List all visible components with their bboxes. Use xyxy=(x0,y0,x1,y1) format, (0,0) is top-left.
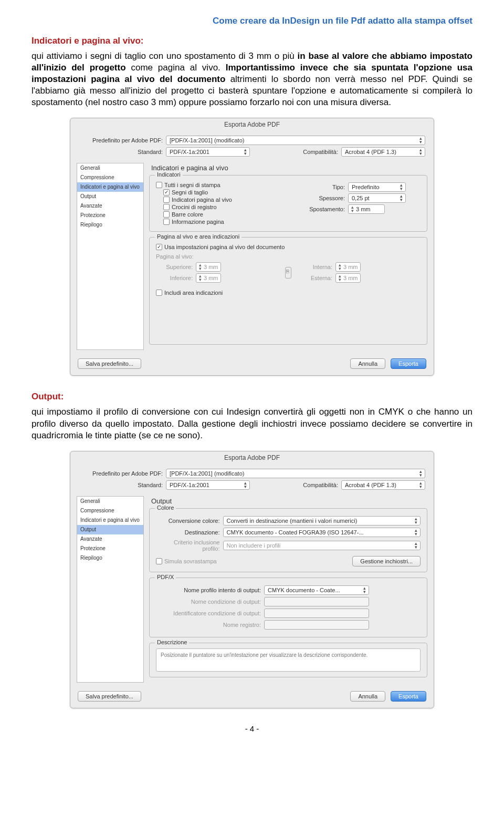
sidebar-item[interactable]: Riepilogo xyxy=(77,220,143,230)
sidebar-item[interactable]: Indicatori e pagina al vivo xyxy=(77,516,143,525)
dialog-title: Esporta Adobe PDF xyxy=(70,451,434,465)
save-preset-button[interactable]: Salva predefinito... xyxy=(78,358,141,369)
sidebar-item[interactable]: Compressione xyxy=(77,506,143,516)
dialog-title: Esporta Adobe PDF xyxy=(70,118,434,131)
description-box: Posizionate il puntatore su un'intestazi… xyxy=(156,648,421,672)
crop-marks-label: Segni di taglio xyxy=(172,189,208,195)
updown-icon: ▴▾ xyxy=(243,481,247,489)
overprint-label: Simula sovrastampa xyxy=(164,558,217,564)
intent-name-combo[interactable]: CMYK documento - Coate...▴▾ xyxy=(264,585,369,595)
compat-label: Compatibilità: xyxy=(303,149,338,155)
sidebar-item-selected[interactable]: Output xyxy=(77,525,143,534)
sidebar-item[interactable]: Generali xyxy=(77,163,143,173)
registration-label: Crocini di registro xyxy=(172,204,217,210)
section-1-paragraph: qui attiviamo i segni di taglio con uno … xyxy=(32,50,472,108)
bleed-fieldset: Pagina al vivo e area indicazioni Usa im… xyxy=(149,237,427,345)
standard-value: PDF/X-1a:2001 xyxy=(170,482,209,488)
sidebar-item-selected[interactable]: Indicatori e pagina al vivo xyxy=(77,182,143,192)
section-2-title: Output: xyxy=(32,391,472,402)
standard-combo[interactable]: PDF/X-1a:2001 ▴▾ xyxy=(166,147,250,157)
preset-value: [PDF/X-1a:2001] (modificato) xyxy=(170,137,244,143)
updown-icon: ▴▾ xyxy=(414,542,418,549)
text: come pagina al vivo. xyxy=(126,63,226,73)
compat-label: Compatibilità: xyxy=(303,482,338,488)
marks-legend: Indicatori xyxy=(155,171,183,178)
intent-name-label: Nome profilo intento di output: xyxy=(156,587,261,593)
ink-manager-button[interactable]: Gestione inchiostri... xyxy=(352,556,421,566)
cond-name-label: Nome condizione di output: xyxy=(156,599,261,605)
page-number: - 4 - xyxy=(32,724,472,733)
panel-title: Output xyxy=(151,497,427,505)
destination-combo[interactable]: CMYK documento - Coated FOGRA39 (ISO 126… xyxy=(223,528,421,537)
sidebar-item[interactable]: Avanzate xyxy=(77,534,143,544)
weight-combo[interactable]: 0,25 pt▴▾ xyxy=(348,193,406,203)
offset-label: Spostamento: xyxy=(295,206,345,212)
compat-combo[interactable]: Acrobat 4 (PDF 1.3) ▴▾ xyxy=(341,480,425,490)
dialog-top: Predefinito per Adobe PDF: [PDF/X-1a:200… xyxy=(70,131,434,163)
sidebar-item[interactable]: Protezione xyxy=(77,211,143,220)
bleed-marks-checkbox[interactable] xyxy=(163,197,170,203)
preset-combo[interactable]: [PDF/X-1a:2001] (modificato) ▴▾ xyxy=(166,469,425,478)
preset-combo[interactable]: [PDF/X-1a:2001] (modificato) ▴▾ xyxy=(166,136,425,145)
export-button[interactable]: Esporta xyxy=(391,358,426,369)
destination-label: Destinazione: xyxy=(156,529,220,535)
page-info-checkbox[interactable] xyxy=(163,219,170,225)
sidebar-item[interactable]: Compressione xyxy=(77,173,143,182)
export-button[interactable]: Esporta xyxy=(391,691,426,702)
registry-field xyxy=(264,620,369,630)
export-pdf-dialog-1: Esporta Adobe PDF Predefinito per Adobe … xyxy=(70,118,434,376)
sidebar-item[interactable]: Output xyxy=(77,192,143,201)
outside-stepper: ▴▾3 mm xyxy=(335,273,361,283)
destination-value: CMYK documento - Coated FOGRA39 (ISO 126… xyxy=(227,529,364,535)
description-fieldset: Descrizione Posizionate il puntatore su … xyxy=(149,643,427,677)
inside-label: Interna: xyxy=(296,264,332,270)
link-icon xyxy=(285,267,291,279)
overprint-checkbox xyxy=(156,558,162,564)
inside-value: 3 mm xyxy=(343,264,358,270)
color-bars-checkbox[interactable] xyxy=(163,211,170,218)
use-doc-bleed-checkbox[interactable] xyxy=(156,244,162,250)
outside-value: 3 mm xyxy=(343,275,358,281)
crop-marks-checkbox[interactable] xyxy=(163,189,170,195)
sidebar-item[interactable]: Avanzate xyxy=(77,201,143,211)
bottom-value: 3 mm xyxy=(204,275,218,281)
sidebar-item[interactable]: Generali xyxy=(77,497,143,506)
registration-checkbox[interactable] xyxy=(163,204,170,210)
page-info-label: Informazione pagina xyxy=(172,219,224,225)
preset-value: [PDF/X-1a:2001] (modificato) xyxy=(170,470,244,477)
sidebar-item[interactable]: Protezione xyxy=(77,544,143,553)
dialog-sidebar: Generali Compressione Indicatori e pagin… xyxy=(77,163,144,350)
standard-value: PDF/X-1a:2001 xyxy=(170,149,209,155)
bleed-label: Pagina al vivo: xyxy=(156,253,421,260)
dialog-sidebar: Generali Compressione Indicatori e pagin… xyxy=(77,496,144,683)
standard-combo[interactable]: PDF/X-1a:2001 ▴▾ xyxy=(166,480,250,490)
cond-name-field xyxy=(264,597,369,606)
all-marks-label: Tutti i segni di stampa xyxy=(164,182,220,188)
updown-icon: ▴▾ xyxy=(418,148,423,156)
updown-icon: ▴▾ xyxy=(197,263,203,271)
panel-title: Indicatori e pagina al vivo xyxy=(151,164,427,172)
updown-icon: ▴▾ xyxy=(197,274,203,282)
updown-icon: ▴▾ xyxy=(414,517,418,524)
updown-icon: ▴▾ xyxy=(418,137,423,144)
offset-stepper[interactable]: ▴▾3 mm xyxy=(348,204,385,214)
cancel-button[interactable]: Annulla xyxy=(350,691,385,702)
profile-policy-value: Non includere i profili xyxy=(227,542,281,549)
include-slug-checkbox[interactable] xyxy=(156,290,162,296)
save-preset-button[interactable]: Salva predefinito... xyxy=(78,691,141,702)
type-combo[interactable]: Predefinito▴▾ xyxy=(348,182,406,192)
text: qui attiviamo i segni di taglio con uno … xyxy=(32,51,298,61)
all-marks-checkbox[interactable] xyxy=(156,182,162,188)
type-label: Tipo: xyxy=(295,184,345,190)
conversion-combo[interactable]: Converti in destinazione (mantieni i val… xyxy=(223,516,421,526)
registry-label: Nome registro: xyxy=(156,622,261,628)
compat-combo[interactable]: Acrobat 4 (PDF 1.3) ▴▾ xyxy=(341,147,425,157)
marks-fieldset: Indicatori Tutti i segni di stampa Segni… xyxy=(149,175,427,232)
section-1-title: Indicatori e pagina al vivo: xyxy=(32,36,472,46)
top-stepper: ▴▾3 mm xyxy=(196,262,221,272)
top-label: Superiore: xyxy=(156,264,193,270)
export-pdf-dialog-2: Esporta Adobe PDF Predefinito per Adobe … xyxy=(70,451,434,708)
type-value: Predefinito xyxy=(352,184,380,190)
sidebar-item[interactable]: Riepilogo xyxy=(77,553,143,563)
cancel-button[interactable]: Annulla xyxy=(350,358,385,369)
